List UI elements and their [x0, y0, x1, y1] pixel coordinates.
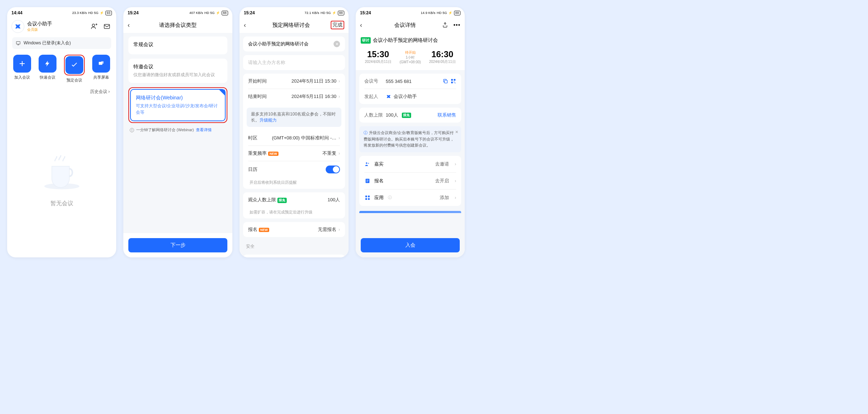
- screen-schedule-form: 15:24 72.1 KB/sHD 5G⚡88 ‹ 预定网络研讨会 完成 ✕ 请…: [240, 7, 349, 257]
- monitor-icon: [16, 41, 21, 46]
- check-icon: [70, 61, 78, 69]
- row-capacity: 观众人数上限限免100人: [243, 192, 345, 207]
- row-timezone[interactable]: 时区(GMT+08:00) 中国标准时间 -…›: [243, 130, 345, 146]
- upgrade-link[interactable]: 升级能力: [260, 118, 277, 123]
- close-icon[interactable]: ✕: [455, 129, 458, 135]
- host-name-input[interactable]: 请输入主办方名称: [243, 55, 345, 70]
- meeting-name-input-row: ✕: [243, 36, 345, 51]
- screen-home: 14:44 23.3 KB/s HD 5G ⚡ 93 会议小助手 会员版 Win…: [7, 7, 116, 257]
- back-button[interactable]: ‹: [128, 21, 135, 29]
- row-apps[interactable]: 应用 ⓘ 添加›: [359, 189, 461, 206]
- section-security: 安全: [240, 241, 349, 251]
- action-join[interactable]: 加入会议: [13, 55, 31, 83]
- meeting-title-row: 研讨 会议小助手预定的网络研讨会: [356, 33, 465, 46]
- clear-icon[interactable]: ✕: [334, 41, 340, 47]
- meeting-title: 会议小助手预定的网络研讨会: [373, 37, 438, 44]
- more-icon[interactable]: •••: [453, 22, 460, 28]
- empty-state: 暂无会议: [7, 96, 116, 257]
- capacity-tip: 最多支持10名嘉宾和100名观众参会，不限时长。升级能力: [247, 108, 341, 127]
- row-guest[interactable]: 嘉宾 去邀请›: [359, 156, 461, 172]
- action-quick[interactable]: 快速会议: [39, 55, 56, 83]
- nav-title: 请选择会议类型: [135, 22, 220, 29]
- svg-rect-9: [451, 82, 453, 83]
- back-button[interactable]: ‹: [244, 21, 252, 29]
- svg-point-0: [92, 24, 95, 26]
- action-schedule[interactable]: 预定会议: [64, 55, 85, 83]
- time-card: 15:302024年05月11日 待开始1小时(GMT+08:00) 16:30…: [356, 46, 465, 70]
- action-share[interactable]: 共享屏幕: [92, 55, 110, 83]
- row-end-time[interactable]: 结束时间2024年5月11日 16:30›: [243, 89, 345, 104]
- svg-rect-4: [101, 61, 104, 64]
- row-signup[interactable]: 报名 去开启›: [359, 173, 461, 189]
- contact-sales-link[interactable]: 联系销售: [438, 112, 456, 118]
- apps-icon: [364, 194, 371, 201]
- type-card-invite[interactable]: 特邀会议 仅您邀请的微信好友或群成员可加入此会议: [128, 59, 227, 83]
- navbar: ‹ 预定网络研讨会 完成: [240, 17, 349, 33]
- empty-text: 暂无会议: [50, 200, 73, 207]
- info-icon: !: [130, 128, 134, 132]
- row-capacity: 人数上限 100人限免 联系销售: [359, 108, 461, 123]
- svg-rect-6: [444, 80, 447, 83]
- svg-rect-11: [455, 83, 455, 83]
- svg-rect-10: [454, 82, 454, 82]
- start-time: 15:30: [365, 49, 391, 59]
- cup-illustration: [37, 146, 87, 196]
- avatar[interactable]: [11, 20, 24, 33]
- next-button[interactable]: 下一步: [128, 238, 227, 252]
- calendar-hint: 开启后将收到系统日历提醒: [243, 178, 345, 189]
- row-start-time[interactable]: 开始时间2024年5月11日 15:30›: [243, 74, 345, 89]
- navbar: ‹ 请选择会议类型: [123, 17, 232, 33]
- nav-title: 预定网络研讨会: [252, 22, 331, 29]
- row-host: 发起人 会议小助手: [359, 89, 461, 104]
- svg-point-13: [368, 163, 369, 164]
- status-bar: 14:44 23.3 KB/s HD 5G ⚡ 93: [7, 7, 116, 17]
- mail-icon[interactable]: [102, 21, 112, 31]
- type-card-regular[interactable]: 常规会议: [128, 36, 227, 54]
- help-icon[interactable]: ⓘ: [388, 195, 392, 200]
- webinar-badge: 研讨: [361, 37, 371, 44]
- status-bar: 15:24 72.1 KB/sHD 5G⚡88: [240, 7, 349, 17]
- svg-point-12: [366, 162, 367, 164]
- info-icon: ⓘ: [364, 130, 368, 135]
- svg-rect-7: [451, 79, 453, 81]
- tip-row: ! 一分钟了解网络研讨会 (Webinar) 查看详情: [128, 127, 227, 133]
- signup-icon: [364, 178, 371, 184]
- login-status-row[interactable]: Windows 已登录(未入会): [12, 37, 111, 49]
- screen-share-icon: [98, 60, 105, 67]
- calendar-switch[interactable]: [326, 166, 340, 173]
- meeting-name-input[interactable]: [248, 41, 331, 47]
- done-button[interactable]: 完成: [331, 21, 344, 29]
- end-time: 16:30: [429, 49, 456, 59]
- back-button[interactable]: ‹: [360, 21, 368, 29]
- row-meeting-id: 会议号 555 345 681: [359, 74, 461, 89]
- type-card-webinar[interactable]: 网络研讨会(Webinar) 可支持大型会议/企业培训/沙龙/发布会/研讨会等: [130, 89, 226, 121]
- screen-meeting-detail: 15:24 14.9 KB/sHD 5G⚡88 ‹ 会议详情 ••• 研讨 会议…: [356, 7, 465, 257]
- row-password[interactable]: 密码: [243, 255, 345, 257]
- flash-icon: [44, 60, 51, 67]
- header: 会议小助手 会员版: [7, 17, 116, 36]
- share-icon[interactable]: [442, 22, 448, 28]
- type-card-webinar-highlight: 网络研讨会(Webinar) 可支持大型会议/企业培训/沙龙/发布会/研讨会等: [128, 87, 227, 123]
- tip-link[interactable]: 查看详情: [196, 127, 212, 133]
- row-calendar: 日历: [243, 161, 345, 178]
- row-signup[interactable]: 报名NEW无需报名›: [243, 222, 345, 237]
- capacity-hint: 如需扩容，请在完成预定后进行升级: [243, 207, 345, 218]
- screen-type-select: 15:24 407 KB/sHD 5G⚡88 ‹ 请选择会议类型 常规会议 特邀…: [123, 7, 232, 257]
- copy-icon[interactable]: [443, 78, 448, 84]
- plus-icon: [18, 59, 26, 68]
- login-status-text: Windows 已登录(未入会): [24, 40, 71, 46]
- join-button[interactable]: 入会: [361, 238, 460, 252]
- qr-icon[interactable]: [450, 78, 456, 84]
- member-tag: 会员版: [27, 27, 52, 32]
- status-bar: 15:24 407 KB/sHD 5G⚡88: [123, 7, 232, 17]
- guest-icon: [364, 161, 371, 167]
- row-repeat[interactable]: 重复频率NEW不重复›: [243, 146, 345, 161]
- svg-rect-16: [368, 196, 370, 197]
- add-contact-icon[interactable]: [89, 21, 99, 31]
- action-grid: 加入会议 快速会议 预定会议 共享屏幕: [7, 50, 116, 87]
- status-bar: 15:24 14.9 KB/sHD 5G⚡88: [356, 7, 465, 17]
- host-avatar-icon: [386, 94, 391, 99]
- svg-rect-15: [365, 196, 367, 197]
- nav-title: 会议详情: [368, 22, 442, 29]
- history-link[interactable]: 历史会议 ›: [7, 87, 116, 96]
